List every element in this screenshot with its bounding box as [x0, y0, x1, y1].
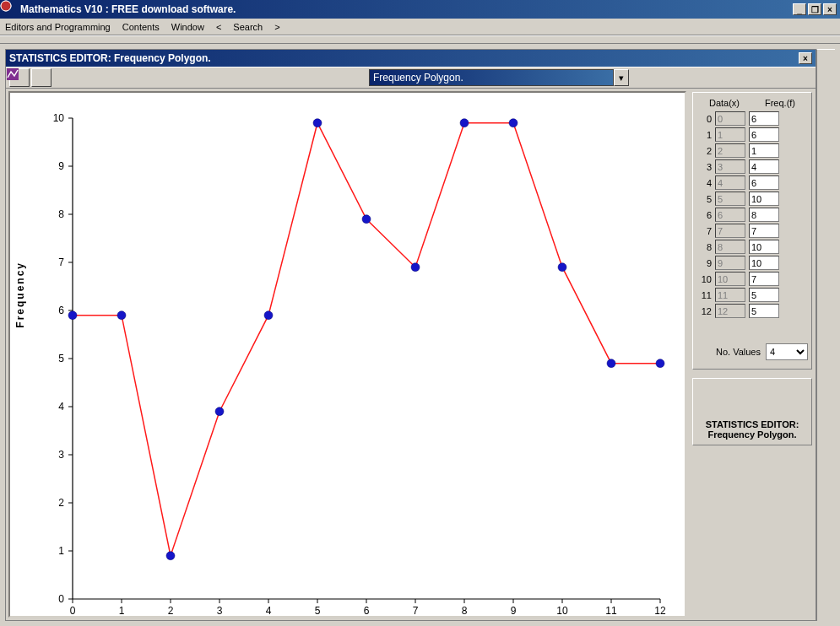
right-gutter	[816, 49, 835, 621]
svg-point-66	[558, 263, 566, 272]
data-x-input[interactable]	[715, 111, 745, 126]
data-x-input[interactable]	[715, 288, 745, 302]
chart-type-dropdown-button[interactable]: ▾	[614, 69, 629, 86]
svg-point-58	[166, 552, 175, 560]
workspace: STATISTICS EDITOR: Frequency Polygon. ×	[0, 44, 840, 626]
row-index: 4	[696, 178, 712, 188]
data-x-input[interactable]	[715, 127, 745, 142]
row-index: 1	[696, 130, 712, 140]
freq-f-input[interactable]	[749, 224, 779, 238]
restore-button[interactable]: ❐	[808, 3, 821, 15]
status-line1: STATISTICS EDITOR:	[706, 419, 799, 429]
freq-f-input[interactable]	[749, 288, 779, 302]
menu-editors[interactable]: Editors and Programming	[5, 22, 111, 32]
svg-text:5: 5	[58, 353, 64, 364]
svg-text:3: 3	[58, 449, 64, 461]
svg-text:0: 0	[70, 605, 76, 617]
data-x-input[interactable]	[715, 208, 745, 222]
menu-next[interactable]: >	[274, 22, 279, 32]
chart-type-combo[interactable]: Frequency Polygon.	[369, 69, 614, 86]
freq-f-input[interactable]	[749, 272, 779, 286]
data-row: 2	[696, 143, 808, 158]
svg-point-59	[215, 407, 224, 416]
svg-text:9: 9	[511, 605, 517, 617]
data-row: 7	[696, 224, 808, 238]
svg-point-56	[68, 311, 77, 320]
linechart-button[interactable]	[31, 68, 51, 87]
svg-point-68	[656, 359, 664, 368]
chart-type-value: Frequency Polygon.	[373, 72, 463, 84]
app-title: Mathematics V10 : FREE download software…	[20, 3, 236, 15]
freq-f-input[interactable]	[749, 111, 779, 126]
freq-f-input[interactable]	[749, 192, 779, 206]
editor-toolbar: Frequency Polygon. ▾	[6, 67, 816, 89]
data-row: 10	[696, 272, 808, 286]
svg-text:12: 12	[654, 605, 666, 617]
svg-text:1: 1	[58, 545, 64, 557]
freq-f-input[interactable]	[749, 175, 779, 190]
data-x-input[interactable]	[715, 272, 745, 286]
freq-f-input[interactable]	[749, 240, 779, 254]
svg-text:10: 10	[556, 605, 568, 617]
svg-text:2: 2	[58, 497, 64, 509]
no-values-select[interactable]: 4	[766, 343, 808, 360]
no-values-label: No. Values	[716, 347, 761, 357]
editor-title: STATISTICS EDITOR: Frequency Polygon.	[9, 52, 211, 64]
svg-text:4: 4	[266, 605, 272, 617]
freq-f-input[interactable]	[749, 208, 779, 222]
row-index: 8	[696, 242, 712, 252]
data-row: 9	[696, 256, 808, 270]
editor-close-button[interactable]: ×	[799, 52, 812, 64]
svg-text:1: 1	[119, 605, 125, 617]
row-index: 0	[696, 114, 712, 124]
data-row: 12	[696, 304, 808, 318]
row-index: 7	[696, 226, 712, 236]
svg-point-64	[460, 119, 469, 127]
row-index: 5	[696, 194, 712, 204]
row-index: 10	[696, 274, 712, 284]
menu-prev[interactable]: <	[216, 22, 221, 32]
data-row: 0	[696, 111, 808, 126]
data-x-header: Data(x)	[709, 98, 740, 108]
chart-panel: Frequency 0123456789100123456789101112	[8, 91, 686, 618]
data-x-input[interactable]	[715, 240, 745, 254]
chevron-down-icon: ▾	[619, 73, 624, 84]
svg-point-1	[1, 1, 11, 11]
minimize-button[interactable]: _	[793, 3, 806, 15]
close-button[interactable]: ×	[823, 3, 837, 15]
data-x-input[interactable]	[715, 159, 745, 174]
data-x-input[interactable]	[715, 143, 745, 158]
freq-f-input[interactable]	[749, 127, 779, 142]
status-box: STATISTICS EDITOR: Frequency Polygon.	[692, 378, 812, 445]
freq-f-input[interactable]	[749, 159, 779, 174]
svg-text:7: 7	[58, 256, 64, 268]
svg-text:10: 10	[53, 112, 65, 124]
menu-search[interactable]: Search	[233, 22, 263, 32]
svg-text:8: 8	[462, 605, 468, 617]
svg-text:3: 3	[217, 605, 223, 617]
svg-text:5: 5	[315, 605, 321, 617]
data-x-input[interactable]	[715, 224, 745, 238]
status-line2: Frequency Polygon.	[707, 429, 796, 440]
menu-window[interactable]: Window	[171, 22, 204, 32]
data-x-input[interactable]	[715, 304, 745, 318]
data-x-input[interactable]	[715, 192, 745, 206]
svg-point-61	[313, 119, 322, 127]
svg-text:4: 4	[58, 401, 64, 413]
app-titlebar: Mathematics V10 : FREE download software…	[0, 0, 840, 19]
freq-f-input[interactable]	[749, 304, 779, 318]
freq-f-input[interactable]	[749, 143, 779, 158]
frequency-polygon-chart: 0123456789100123456789101112	[10, 93, 677, 626]
data-x-input[interactable]	[715, 256, 745, 270]
svg-text:6: 6	[58, 305, 64, 316]
data-row: 6	[696, 208, 808, 222]
data-row: 1	[696, 127, 808, 142]
data-row: 5	[696, 192, 808, 206]
statistics-editor-window: STATISTICS EDITOR: Frequency Polygon. ×	[5, 49, 816, 621]
row-index: 2	[696, 146, 712, 156]
menu-contents[interactable]: Contents	[122, 22, 160, 32]
freq-f-input[interactable]	[749, 256, 779, 270]
data-x-input[interactable]	[715, 175, 745, 190]
data-row: 11	[696, 288, 808, 302]
svg-point-65	[509, 119, 518, 127]
